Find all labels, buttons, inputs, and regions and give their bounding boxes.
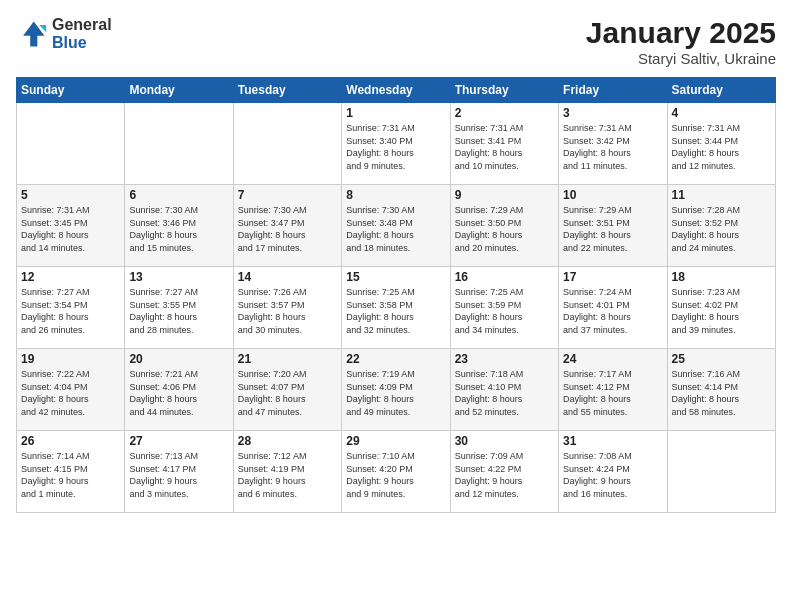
table-row: 29Sunrise: 7:10 AM Sunset: 4:20 PM Dayli…	[342, 431, 450, 513]
day-number: 6	[129, 188, 228, 202]
table-row: 11Sunrise: 7:28 AM Sunset: 3:52 PM Dayli…	[667, 185, 775, 267]
day-number: 15	[346, 270, 445, 284]
calendar-table: Sunday Monday Tuesday Wednesday Thursday…	[16, 77, 776, 513]
table-row: 2Sunrise: 7:31 AM Sunset: 3:41 PM Daylig…	[450, 103, 558, 185]
day-info: Sunrise: 7:31 AM Sunset: 3:41 PM Dayligh…	[455, 122, 554, 172]
header-saturday: Saturday	[667, 78, 775, 103]
table-row: 15Sunrise: 7:25 AM Sunset: 3:58 PM Dayli…	[342, 267, 450, 349]
table-row: 20Sunrise: 7:21 AM Sunset: 4:06 PM Dayli…	[125, 349, 233, 431]
table-row: 10Sunrise: 7:29 AM Sunset: 3:51 PM Dayli…	[559, 185, 667, 267]
table-row	[233, 103, 341, 185]
day-number: 2	[455, 106, 554, 120]
logo-icon	[16, 18, 48, 50]
header-sunday: Sunday	[17, 78, 125, 103]
day-number: 1	[346, 106, 445, 120]
day-number: 12	[21, 270, 120, 284]
table-row: 12Sunrise: 7:27 AM Sunset: 3:54 PM Dayli…	[17, 267, 125, 349]
day-info: Sunrise: 7:20 AM Sunset: 4:07 PM Dayligh…	[238, 368, 337, 418]
day-number: 28	[238, 434, 337, 448]
table-row: 18Sunrise: 7:23 AM Sunset: 4:02 PM Dayli…	[667, 267, 775, 349]
day-number: 21	[238, 352, 337, 366]
header-wednesday: Wednesday	[342, 78, 450, 103]
table-row: 24Sunrise: 7:17 AM Sunset: 4:12 PM Dayli…	[559, 349, 667, 431]
day-number: 29	[346, 434, 445, 448]
day-number: 22	[346, 352, 445, 366]
calendar-week-row: 26Sunrise: 7:14 AM Sunset: 4:15 PM Dayli…	[17, 431, 776, 513]
header-monday: Monday	[125, 78, 233, 103]
day-number: 27	[129, 434, 228, 448]
calendar-week-row: 12Sunrise: 7:27 AM Sunset: 3:54 PM Dayli…	[17, 267, 776, 349]
day-info: Sunrise: 7:24 AM Sunset: 4:01 PM Dayligh…	[563, 286, 662, 336]
day-number: 20	[129, 352, 228, 366]
header-thursday: Thursday	[450, 78, 558, 103]
table-row: 13Sunrise: 7:27 AM Sunset: 3:55 PM Dayli…	[125, 267, 233, 349]
table-row: 9Sunrise: 7:29 AM Sunset: 3:50 PM Daylig…	[450, 185, 558, 267]
day-number: 3	[563, 106, 662, 120]
day-number: 10	[563, 188, 662, 202]
table-row: 27Sunrise: 7:13 AM Sunset: 4:17 PM Dayli…	[125, 431, 233, 513]
table-row: 16Sunrise: 7:25 AM Sunset: 3:59 PM Dayli…	[450, 267, 558, 349]
day-number: 31	[563, 434, 662, 448]
calendar-week-row: 5Sunrise: 7:31 AM Sunset: 3:45 PM Daylig…	[17, 185, 776, 267]
logo-blue-text: Blue	[52, 34, 112, 52]
day-number: 4	[672, 106, 771, 120]
table-row: 25Sunrise: 7:16 AM Sunset: 4:14 PM Dayli…	[667, 349, 775, 431]
table-row: 23Sunrise: 7:18 AM Sunset: 4:10 PM Dayli…	[450, 349, 558, 431]
table-row: 21Sunrise: 7:20 AM Sunset: 4:07 PM Dayli…	[233, 349, 341, 431]
calendar-week-row: 1Sunrise: 7:31 AM Sunset: 3:40 PM Daylig…	[17, 103, 776, 185]
title-block: January 2025 Staryi Saltiv, Ukraine	[586, 16, 776, 67]
table-row: 28Sunrise: 7:12 AM Sunset: 4:19 PM Dayli…	[233, 431, 341, 513]
day-info: Sunrise: 7:17 AM Sunset: 4:12 PM Dayligh…	[563, 368, 662, 418]
day-number: 8	[346, 188, 445, 202]
day-info: Sunrise: 7:18 AM Sunset: 4:10 PM Dayligh…	[455, 368, 554, 418]
day-number: 13	[129, 270, 228, 284]
day-info: Sunrise: 7:31 AM Sunset: 3:40 PM Dayligh…	[346, 122, 445, 172]
day-info: Sunrise: 7:30 AM Sunset: 3:47 PM Dayligh…	[238, 204, 337, 254]
location: Staryi Saltiv, Ukraine	[586, 50, 776, 67]
day-info: Sunrise: 7:28 AM Sunset: 3:52 PM Dayligh…	[672, 204, 771, 254]
table-row: 1Sunrise: 7:31 AM Sunset: 3:40 PM Daylig…	[342, 103, 450, 185]
day-number: 23	[455, 352, 554, 366]
logo-text: General Blue	[52, 16, 112, 51]
table-row	[667, 431, 775, 513]
day-info: Sunrise: 7:21 AM Sunset: 4:06 PM Dayligh…	[129, 368, 228, 418]
day-number: 7	[238, 188, 337, 202]
day-number: 11	[672, 188, 771, 202]
day-info: Sunrise: 7:13 AM Sunset: 4:17 PM Dayligh…	[129, 450, 228, 500]
page: General Blue January 2025 Staryi Saltiv,…	[0, 0, 792, 612]
day-info: Sunrise: 7:23 AM Sunset: 4:02 PM Dayligh…	[672, 286, 771, 336]
day-info: Sunrise: 7:30 AM Sunset: 3:46 PM Dayligh…	[129, 204, 228, 254]
day-number: 16	[455, 270, 554, 284]
table-row: 14Sunrise: 7:26 AM Sunset: 3:57 PM Dayli…	[233, 267, 341, 349]
day-info: Sunrise: 7:09 AM Sunset: 4:22 PM Dayligh…	[455, 450, 554, 500]
day-info: Sunrise: 7:29 AM Sunset: 3:51 PM Dayligh…	[563, 204, 662, 254]
table-row	[125, 103, 233, 185]
table-row: 8Sunrise: 7:30 AM Sunset: 3:48 PM Daylig…	[342, 185, 450, 267]
day-number: 17	[563, 270, 662, 284]
day-info: Sunrise: 7:22 AM Sunset: 4:04 PM Dayligh…	[21, 368, 120, 418]
day-info: Sunrise: 7:14 AM Sunset: 4:15 PM Dayligh…	[21, 450, 120, 500]
month-title: January 2025	[586, 16, 776, 50]
day-info: Sunrise: 7:10 AM Sunset: 4:20 PM Dayligh…	[346, 450, 445, 500]
table-row: 22Sunrise: 7:19 AM Sunset: 4:09 PM Dayli…	[342, 349, 450, 431]
day-number: 24	[563, 352, 662, 366]
calendar-week-row: 19Sunrise: 7:22 AM Sunset: 4:04 PM Dayli…	[17, 349, 776, 431]
day-number: 19	[21, 352, 120, 366]
day-info: Sunrise: 7:27 AM Sunset: 3:54 PM Dayligh…	[21, 286, 120, 336]
day-number: 30	[455, 434, 554, 448]
header-tuesday: Tuesday	[233, 78, 341, 103]
day-info: Sunrise: 7:26 AM Sunset: 3:57 PM Dayligh…	[238, 286, 337, 336]
calendar-header-row: Sunday Monday Tuesday Wednesday Thursday…	[17, 78, 776, 103]
logo: General Blue	[16, 16, 112, 51]
day-info: Sunrise: 7:29 AM Sunset: 3:50 PM Dayligh…	[455, 204, 554, 254]
table-row: 30Sunrise: 7:09 AM Sunset: 4:22 PM Dayli…	[450, 431, 558, 513]
day-number: 9	[455, 188, 554, 202]
table-row: 5Sunrise: 7:31 AM Sunset: 3:45 PM Daylig…	[17, 185, 125, 267]
day-number: 18	[672, 270, 771, 284]
header-friday: Friday	[559, 78, 667, 103]
day-info: Sunrise: 7:12 AM Sunset: 4:19 PM Dayligh…	[238, 450, 337, 500]
logo-general-text: General	[52, 16, 112, 34]
day-info: Sunrise: 7:30 AM Sunset: 3:48 PM Dayligh…	[346, 204, 445, 254]
day-info: Sunrise: 7:25 AM Sunset: 3:58 PM Dayligh…	[346, 286, 445, 336]
day-info: Sunrise: 7:27 AM Sunset: 3:55 PM Dayligh…	[129, 286, 228, 336]
